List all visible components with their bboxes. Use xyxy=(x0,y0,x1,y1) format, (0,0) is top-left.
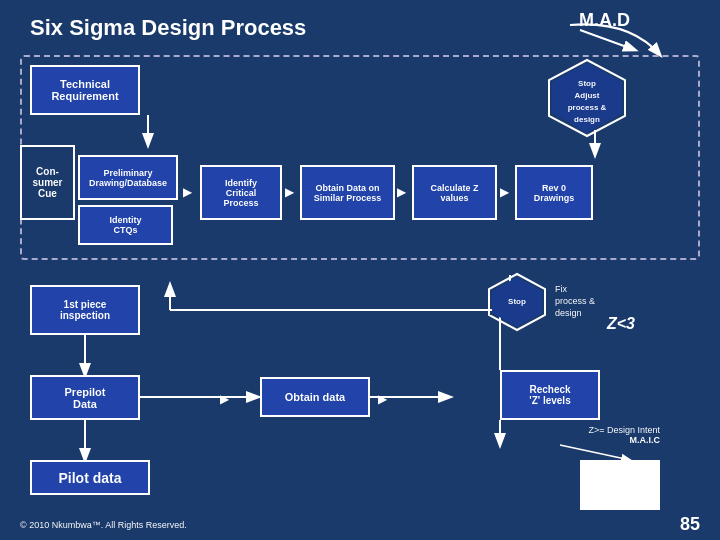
fix-text: Fix process & design xyxy=(555,284,595,319)
svg-text:process &: process & xyxy=(568,103,607,112)
page: Six Sigma Design Process M.A.D Technical… xyxy=(0,0,720,540)
arrow-3: ▶ xyxy=(397,185,406,199)
obtain-data-top-box: Obtain Data on Similar Process xyxy=(300,165,395,220)
svg-text:design: design xyxy=(574,115,600,124)
prepilot-box: Prepilot Data xyxy=(30,375,140,420)
z-label: Z<3 xyxy=(607,315,635,333)
arrow-4: ▶ xyxy=(500,185,509,199)
arrow-2: ▶ xyxy=(285,185,294,199)
identify-critical-box: Identify Critical Process xyxy=(200,165,282,220)
pilot-box: Pilot data xyxy=(30,460,150,495)
identity-ctq-box: Identity CTQs xyxy=(78,205,173,245)
svg-text:Stop: Stop xyxy=(508,297,526,306)
consumer-cue-box: Con- sumer Cue xyxy=(20,145,75,220)
svg-line-14 xyxy=(560,445,630,460)
arrow-prepilot-obtain: ▶ xyxy=(220,392,229,406)
svg-text:Stop: Stop xyxy=(578,79,596,88)
obtain-data-bottom-box: Obtain data xyxy=(260,377,370,417)
recheck-box: Recheck 'Z' levels xyxy=(500,370,600,420)
title-bar: Six Sigma Design Process M.A.D xyxy=(30,10,690,41)
rev0-box: Rev 0 Drawings xyxy=(515,165,593,220)
calc-z-box: Calculate Z values xyxy=(412,165,497,220)
tech-req-box: Technical Requirement xyxy=(30,65,140,115)
footer: © 2010 Nkumbwa™. All Rights Reserved. 85 xyxy=(20,514,700,535)
svg-text:Adjust: Adjust xyxy=(575,91,600,100)
footer-page-number: 85 xyxy=(680,514,700,535)
page-title: Six Sigma Design Process xyxy=(30,10,306,41)
mad-label: M.A.D xyxy=(579,10,630,31)
stop-hex-container: Stop Adjust process & design xyxy=(545,58,630,142)
design-intent: Z>= Design Intent M.A.I.C xyxy=(588,425,660,445)
prelim-group: Preliminary Drawing/Database xyxy=(78,155,178,200)
arrow-obtain-recheck: ▶ xyxy=(378,392,387,406)
arrow-1: ▶ xyxy=(183,185,192,199)
first-piece-box: 1st piece inspection xyxy=(30,285,140,335)
stop-fix-container: Stop Fix process & design xyxy=(485,272,595,332)
bottom-white-box xyxy=(580,460,660,510)
prelim-box: Preliminary Drawing/Database xyxy=(78,155,178,200)
footer-copyright: © 2010 Nkumbwa™. All Rights Reserved. xyxy=(20,520,187,530)
